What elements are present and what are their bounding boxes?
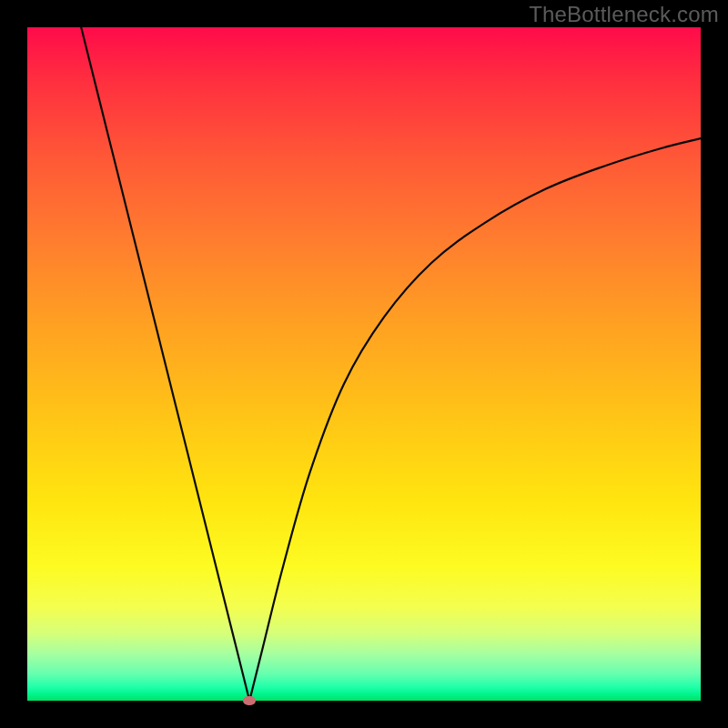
chart-frame: TheBottleneck.com xyxy=(0,0,728,728)
bottleneck-curve xyxy=(27,27,701,701)
chart-plot-area xyxy=(27,27,701,701)
curve-left-branch xyxy=(81,27,249,701)
watermark-text: TheBottleneck.com xyxy=(529,2,719,27)
bottleneck-marker xyxy=(243,696,256,705)
curve-right-branch xyxy=(249,138,701,701)
